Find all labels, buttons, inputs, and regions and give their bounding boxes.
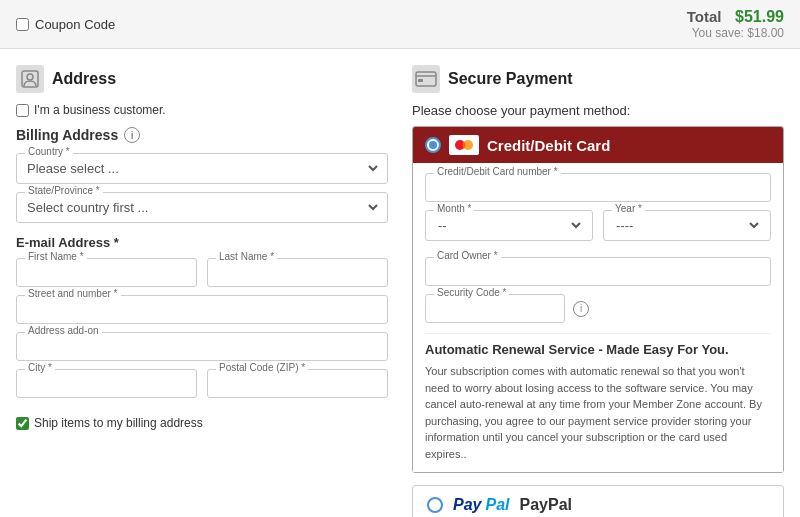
security-field: Security Code * — [425, 294, 565, 323]
card-number-field: Credit/Debit Card number * — [425, 173, 771, 202]
city-input[interactable] — [23, 374, 190, 393]
coupon-checkbox[interactable] — [16, 18, 29, 31]
paypal-blue-text: Pay — [453, 496, 481, 514]
credit-card-radio-inner — [429, 141, 437, 149]
state-label: State/Province * — [25, 185, 103, 196]
paypal-radio[interactable] — [427, 497, 443, 513]
postal-input[interactable] — [214, 374, 381, 393]
address-addon-input[interactable] — [23, 337, 381, 356]
card-number-label: Credit/Debit Card number * — [434, 166, 561, 177]
security-label: Security Code * — [434, 287, 509, 298]
state-select[interactable]: Select country first ... — [23, 197, 381, 218]
payment-subtitle: Please choose your payment method: — [412, 103, 784, 118]
paypal-label: PayPal — [519, 496, 571, 514]
svg-point-1 — [27, 74, 33, 80]
card-owner-label: Card Owner * — [434, 250, 501, 261]
first-name-label: First Name * — [25, 251, 87, 262]
street-input[interactable] — [23, 300, 381, 319]
total-amount: $51.99 — [735, 8, 784, 25]
auto-renewal-text: Your subscription comes with automatic r… — [425, 363, 771, 462]
address-addon-field: Address add-on — [16, 332, 388, 361]
first-name-input[interactable] — [23, 263, 190, 282]
card-owner-input[interactable] — [434, 262, 762, 281]
credit-card-body: Credit/Debit Card number * Month * -- Ye… — [413, 163, 783, 472]
city-label: City * — [25, 362, 55, 373]
credit-card-radio[interactable] — [425, 137, 441, 153]
billing-info-icon[interactable]: i — [124, 127, 140, 143]
paypal-light-text: Pal — [485, 496, 509, 514]
city-field: City * — [16, 369, 197, 398]
address-section-title: Address — [16, 65, 388, 93]
auto-renewal-title: Automatic Renewal Service - Made Easy Fo… — [425, 342, 771, 357]
you-save: You save: $18.00 — [687, 26, 784, 40]
payment-section-title: Secure Payment — [412, 65, 784, 93]
payment-section: Secure Payment Please choose your paymen… — [412, 65, 784, 517]
last-name-label: Last Name * — [216, 251, 277, 262]
last-name-input[interactable] — [214, 263, 381, 282]
postal-label: Postal Code (ZIP) * — [216, 362, 308, 373]
ship-checkbox[interactable] — [16, 417, 29, 430]
security-input[interactable] — [434, 299, 556, 318]
street-field: Street and number * — [16, 295, 388, 324]
street-label: Street and number * — [25, 288, 121, 299]
year-select[interactable]: ---- — [612, 215, 762, 236]
year-field: Year * ---- — [603, 210, 771, 241]
paypal-option[interactable]: PayPal PayPal — [412, 485, 784, 517]
svg-rect-4 — [418, 79, 423, 82]
month-select[interactable]: -- — [434, 215, 584, 236]
main-content: Address I'm a business customer. Billing… — [0, 49, 800, 517]
paypal-logo: PayPal — [453, 496, 509, 514]
credit-card-header[interactable]: Credit/Debit Card — [413, 127, 783, 163]
address-icon — [16, 65, 44, 93]
country-select[interactable]: Please select ... — [23, 158, 381, 179]
month-year-row: Month * -- Year * ---- — [425, 210, 771, 249]
last-name-field: Last Name * — [207, 258, 388, 287]
card-owner-field: Card Owner * — [425, 257, 771, 286]
coupon-label: Coupon Code — [35, 17, 115, 32]
year-label: Year * — [612, 203, 645, 214]
business-check-row: I'm a business customer. — [16, 103, 388, 117]
country-label: Country * — [25, 146, 73, 157]
city-zip-row: City * Postal Code (ZIP) * — [16, 369, 388, 406]
business-checkbox[interactable] — [16, 104, 29, 117]
total-area: Total $51.99 You save: $18.00 — [687, 8, 784, 40]
payment-icon — [412, 65, 440, 93]
ship-label: Ship items to my billing address — [34, 416, 203, 430]
email-section: E-mail Address * — [16, 235, 388, 250]
address-title-text: Address — [52, 70, 116, 88]
first-name-field: First Name * — [16, 258, 197, 287]
email-label: E-mail Address * — [16, 235, 388, 250]
month-label: Month * — [434, 203, 474, 214]
credit-card-label: Credit/Debit Card — [487, 137, 610, 154]
ship-check-row: Ship items to my billing address — [16, 416, 388, 430]
credit-card-icon — [449, 135, 479, 155]
country-field: Country * Please select ... — [16, 153, 388, 184]
address-addon-label: Address add-on — [25, 325, 102, 336]
coupon-area: Coupon Code — [16, 17, 115, 32]
address-section: Address I'm a business customer. Billing… — [16, 65, 388, 517]
payment-title-text: Secure Payment — [448, 70, 573, 88]
security-row: Security Code * i — [425, 294, 771, 323]
business-label: I'm a business customer. — [34, 103, 166, 117]
security-info-icon[interactable]: i — [573, 301, 589, 317]
month-field: Month * -- — [425, 210, 593, 241]
state-field: State/Province * Select country first ..… — [16, 192, 388, 223]
postal-field: Postal Code (ZIP) * — [207, 369, 388, 398]
total-label: Total — [687, 8, 722, 25]
top-bar: Coupon Code Total $51.99 You save: $18.0… — [0, 0, 800, 49]
credit-card-option: Credit/Debit Card Credit/Debit Card numb… — [412, 126, 784, 473]
card-number-input[interactable] — [434, 178, 762, 197]
auto-renewal: Automatic Renewal Service - Made Easy Fo… — [425, 333, 771, 462]
billing-title: Billing Address i — [16, 127, 388, 143]
